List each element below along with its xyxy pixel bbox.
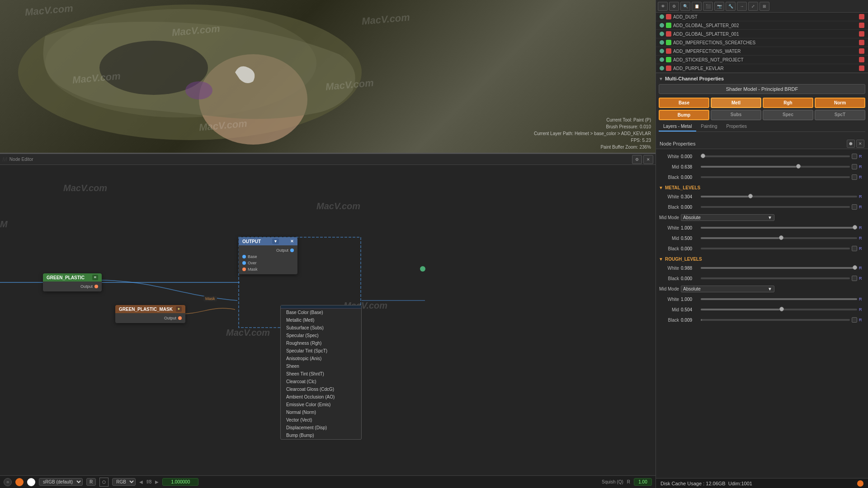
arrow-right[interactable]: ▶ [155,479,159,484]
color-swatch[interactable] [15,478,24,486]
wm-node-2: MacV.com [316,201,360,211]
layer-item[interactable]: ADD_DUST [656,13,868,21]
node-props-btn-1[interactable]: ⬢ [847,140,855,148]
color-swatch-white[interactable] [27,478,35,486]
rt-btn-4[interactable]: 📋 [692,2,702,11]
dropdown-item[interactable]: Specular Tint (SpcT) [281,347,361,355]
layer-item[interactable]: ADD_GLOBAL_SPLATTER_001 [656,30,868,38]
node-props-header: Node Properties ⬢ ✕ [656,138,868,149]
metal-levels-header[interactable]: ▼ METAL_LEVELS [659,185,865,190]
status-bar: Disk Cache Usage : 12.06GB Udim:1001 [656,478,868,488]
metal-white: White 0.304 R [659,192,865,201]
metal-mid-mode-dropdown[interactable]: Absolute ▼ [681,214,774,221]
multi-channel-header[interactable]: ▼ Multi-Channel Properties [659,76,865,81]
shader-btn-norm[interactable]: Norm [815,98,865,108]
r-value-display: 1.00 [634,478,652,486]
wm-node-5: MacV.com [226,328,270,338]
dropdown-item[interactable]: Ambient Occlusion (AO) [281,393,361,401]
rough-levels-section: ▼ ROUGH_LEVELS White 0.988 R Black 0.000… [659,257,865,324]
dropdown-item[interactable]: Sheen Tint (ShntT) [281,370,361,378]
white-top-r[interactable]: R [859,154,865,159]
rt-btn-8[interactable]: → [737,2,747,11]
node-canvas[interactable]: OUTPUT ▼ ✕ Output Base [0,165,656,475]
green-plastic-label: GREEN_PLASTIC [47,275,85,280]
dropdown-item[interactable]: Displacement (Disp) [281,424,361,432]
rt-btn-1[interactable]: 👁 [658,2,668,11]
r-value: R [627,479,630,484]
node-props-title: Node Properties [660,141,696,146]
node-editor-btn-1[interactable]: ⚙ [632,155,642,164]
mask-output: Output [117,315,184,321]
tab-properties[interactable]: Properties [722,122,752,131]
metal-mid-mode: Mid Mode Absolute ▼ [659,213,865,222]
dropdown-item[interactable]: Base Color (Base) [281,309,361,316]
rough-levels-header[interactable]: ▼ ROUGH_LEVELS [659,257,865,262]
dropdown-item[interactable]: Sheen [281,362,361,370]
dropdown-item[interactable]: Clearcoat Gloss (CdcG) [281,385,361,393]
shader-btn-subs[interactable]: Subs [711,110,761,120]
dropdown-item[interactable]: Emissive Color (Emis) [281,401,361,408]
arrow-left[interactable]: ◀ [139,479,143,484]
dropdown-item[interactable]: Subsurface (Subs) [281,324,361,332]
squish-label: Squish (Q) [602,479,623,484]
shader-btn-spct[interactable]: SpcT [815,110,865,120]
navigate-btn[interactable]: ⬡ [99,478,108,487]
dropdown-item[interactable]: Specular (Spec) [281,332,361,339]
rt-btn-10[interactable]: ⊞ [760,2,769,11]
layer-item[interactable]: ADD_STICKERS_NOT_PROJECT [656,56,868,64]
rt-btn-7[interactable]: 🔧 [726,2,736,11]
base-port: Base [241,253,296,260]
node-editor-label: Node Editor [9,157,33,162]
green-plastic-node[interactable]: GREEN_PLASTIC = Output [43,273,102,291]
rough-black: Black 0.000 R [659,274,865,283]
dropdown-item[interactable]: Vector (Vect) [281,416,361,424]
rt-btn-6[interactable]: 📷 [714,2,724,11]
channel-select[interactable]: RGB [112,478,136,486]
shader-btn-base[interactable]: Base [659,98,709,108]
wm-node-3: M [0,219,8,230]
rough-mid-mode-dropdown[interactable]: Absolute ▼ [681,286,774,292]
mask-port: Mask [241,266,296,272]
layer-list: ADD_DUST ADD_GLOBAL_SPLATTER_002 ADD_GLO… [656,13,868,73]
rough-white: White 0.988 R [659,263,865,272]
metal-mid2: Mid 0.500 R [659,234,865,243]
metal-white2: White 1.000 R [659,223,865,232]
output-node[interactable]: OUTPUT ▼ ✕ Output Base [239,237,297,274]
prop-mid-top: Mid 0.638 R [659,162,865,171]
dropdown-item[interactable]: Roughness (Rgh) [281,339,361,347]
rt-btn-5[interactable]: ⬛ [703,2,713,11]
white-top-checkbox[interactable] [852,154,857,159]
over-port: Over [241,260,296,266]
tool-circle[interactable]: ○ [4,478,12,486]
dropdown-item[interactable]: Normal (Norm) [281,408,361,416]
shader-btn-metl[interactable]: Metl [711,98,761,108]
rt-btn-9[interactable]: ⤢ [748,2,758,11]
status-indicator [857,480,863,487]
node-props-btn-2[interactable]: ✕ [856,140,864,148]
rt-btn-2[interactable]: ⚙ [669,2,679,11]
node-editor-btn-2[interactable]: ✕ [643,155,653,164]
layer-item[interactable]: ADD_GLOBAL_SPLATTER_002 [656,21,868,30]
color-mode-select[interactable]: sRGB (default) [39,478,83,486]
layer-item[interactable]: ADD_IMPERFECTIONS_SCREATCHES [656,38,868,47]
dropdown-item[interactable]: Bump (Bump) [281,432,361,439]
rough-mid2: Mid 0.504 R [659,305,865,314]
rt-btn-3[interactable]: 🔍 [680,2,690,11]
right-toolbar: 👁 ⚙ 🔍 📋 ⬛ 📷 🔧 → ⤢ ⊞ [656,0,868,13]
dropdown-item[interactable]: Anisotropic (Anis) [281,355,361,362]
prop-white-top: White 0.000 R [659,152,865,161]
multi-channel-label: Multi-Channel Properties [665,76,724,81]
tab-painting[interactable]: Painting [696,122,722,131]
bottom-toolbar: ○ sRGB (default) R ⬡ RGB ◀ f/8 ▶ 1.00000… [0,475,656,488]
r-btn[interactable]: R [86,478,96,486]
layer-item[interactable]: ADD_IMPERFECTIONS_WATER [656,47,868,56]
dropdown-item[interactable]: Clearcoat (Clc) [281,378,361,385]
layer-item[interactable]: ADD_PURPLE_KEVLAR [656,64,868,73]
tab-layers---metal[interactable]: Layers - Metal [659,122,696,131]
dropdown-item[interactable]: Metallic (Metl) [281,316,361,324]
shader-btn-spec[interactable]: Spec [763,110,813,120]
pressure-info: Brush Pressure: 0.010 [534,123,651,130]
green-plastic-mask-node[interactable]: GREEN_PLASTIC_MASK + Output [115,305,185,323]
shader-btn-rgh[interactable]: Rgh [763,98,813,108]
shader-btn-bump[interactable]: Bump [659,110,709,120]
